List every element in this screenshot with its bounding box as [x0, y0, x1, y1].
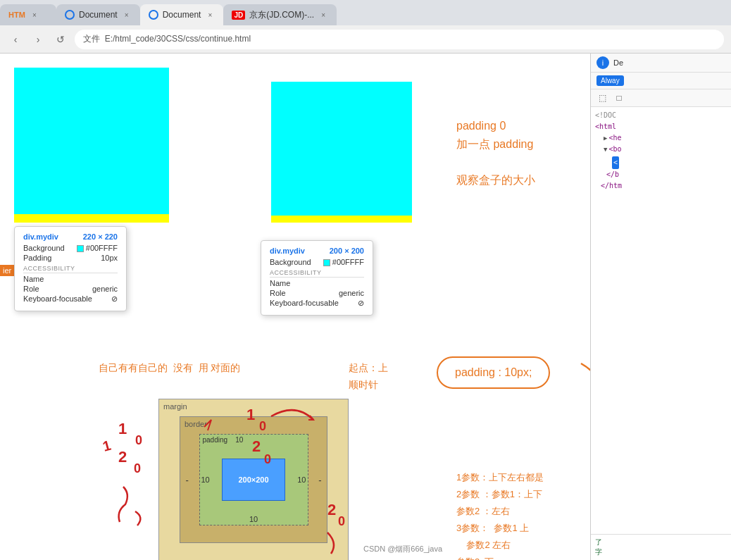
middle-color-swatch — [323, 259, 330, 266]
head-expand-arrow[interactable]: ▶ — [604, 133, 607, 143]
left-inspector-role-value: generic — [92, 285, 118, 293]
devtools-bottom-text1: 了 — [595, 537, 727, 547]
browser-window: HTM × Document × Document × JD 京东(JD.COM… — [0, 0, 731, 560]
middle-inspector-name-label: Name — [270, 279, 290, 287]
bm-dash-right: - — [318, 475, 321, 485]
forward-button[interactable]: › — [30, 31, 46, 48]
html-close-b-tag: </b — [606, 169, 619, 180]
middle-yellow-strip — [271, 216, 412, 223]
devtools-always-row: Alway — [591, 73, 731, 89]
address-bar-area: ‹ › ↺ — [0, 25, 731, 54]
html-tag-row: <html — [595, 121, 727, 132]
html-close-htm-tag: </htm — [601, 180, 622, 192]
html-close-b-row: </b — [595, 169, 727, 180]
middle-box-area — [271, 82, 412, 223]
ier-label: ier — [0, 265, 14, 276]
speech-bubble-text: padding : 10px; — [455, 366, 532, 378]
devtools-html-tree: <!DOC <html ▶ <he ▼ <bo < </b — [591, 107, 731, 534]
html-selected-row[interactable]: < — [595, 156, 727, 169]
left-yellow-strip — [14, 214, 169, 223]
tab-html-close[interactable]: × — [30, 10, 39, 20]
body-expand-arrow[interactable]: ▼ — [604, 144, 607, 154]
left-inspector-role-label: Role — [23, 285, 39, 293]
middle-inspector-name-row: Name — [270, 279, 364, 287]
left-inspector-padding-value: 10px — [101, 254, 118, 262]
html-selected-element: < — [612, 156, 619, 169]
tab-document-2-close[interactable]: × — [205, 10, 215, 20]
annotation-params: 1参数：上下左右都是 2参数 ：参数1：上下 参数2 ：左右 3参数： 参数1 … — [456, 469, 544, 560]
annotation-padding-top: padding 0 加一点 padding 观察盒子的大小 — [456, 117, 535, 189]
annotation-chinese-line: 自己有有自己的 没有 用 对面的 — [99, 360, 240, 375]
tab-jd-close[interactable]: × — [318, 10, 328, 20]
tab-document-2[interactable]: Document × — [140, 4, 224, 25]
tab-globe-1 — [65, 10, 75, 20]
tab-document-1[interactable]: Document × — [56, 4, 140, 25]
middle-inspector-keyboard-value: ⊘ — [358, 299, 364, 308]
devtools-always-button[interactable]: Alway — [596, 75, 624, 86]
webpage-panel: div.mydiv 220 × 220 Background #00FFFF P… — [0, 54, 590, 560]
left-inspector-bg-value: #00FFFF — [77, 244, 118, 252]
bm-content: 200×200 — [222, 459, 285, 501]
address-input[interactable] — [75, 30, 724, 49]
svg-text:0: 0 — [135, 433, 142, 447]
middle-inspector-role-value: generic — [339, 289, 364, 297]
middle-cyan-box — [271, 82, 412, 223]
bm-margin-label: margin — [163, 402, 187, 411]
bm-margin: margin border padding 10 10 10 10 - - — [158, 399, 349, 560]
bm-border-label: border — [185, 420, 207, 428]
devtools-info-icon: i — [596, 56, 609, 69]
middle-inspector-accessibility-label: ACCESSIBILITY — [270, 269, 364, 278]
tab-document-1-label: Document — [79, 10, 118, 20]
reload-button[interactable]: ↺ — [52, 31, 69, 48]
tab-document-1-close[interactable]: × — [122, 10, 132, 20]
tab-html[interactable]: HTM × — [0, 4, 56, 25]
html-head-row: ▶ <he — [595, 132, 727, 144]
devtools-bottom: 了 字 — [591, 534, 731, 560]
svg-text:0: 0 — [134, 461, 141, 475]
left-inspector-padding-label: Padding — [23, 254, 51, 262]
bm-dash-left: - — [186, 475, 189, 485]
devtools-panel: i De Alway ⬚ □ <!DOC <html — [590, 54, 731, 560]
middle-inspector-role-row: Role generic — [270, 289, 364, 297]
bm-padding-bottom: 10 — [249, 515, 258, 523]
annotation-start-point: 起点：上顺时针 — [349, 360, 388, 394]
devtools-bottom-text2: 字 — [595, 547, 727, 557]
left-inspector-accessibility-label: ACCESSIBILITY — [23, 265, 118, 273]
html-comment: <!DOC — [595, 110, 616, 121]
middle-inspector-role-label: Role — [270, 289, 286, 297]
middle-inspector-popup: div.mydiv 200 × 200 Background #00FFFF A… — [261, 240, 373, 316]
middle-inspector-dims: 200 × 200 — [330, 247, 364, 255]
svg-text:1: 1 — [118, 420, 127, 437]
tab-globe-2 — [149, 10, 158, 20]
bm-padding-right: 10 — [297, 475, 306, 484]
middle-inspector-title: div.mydiv 200 × 200 — [270, 247, 364, 255]
devtools-inspect-icon[interactable]: □ — [613, 92, 625, 104]
bm-padding: padding 10 10 10 10 - - 200×200 — [199, 434, 308, 525]
middle-inspector-bg-row: Background #00FFFF — [270, 258, 364, 266]
speech-bubble-container: padding : 10px; — [437, 356, 550, 389]
devtools-cursor-icon[interactable]: ⬚ — [596, 92, 608, 104]
html-body-row[interactable]: ▼ <bo — [595, 144, 727, 155]
tab-jd-icon: JD — [232, 11, 245, 20]
html-body-tag: <bo — [608, 144, 621, 155]
left-inspector-role-row: Role generic — [23, 285, 118, 293]
svg-text:1: 1 — [101, 437, 112, 454]
tab-jd[interactable]: JD 京东(JD.COM)-... × — [223, 4, 337, 25]
left-color-swatch — [77, 245, 84, 252]
csdn-watermark: CSDN @烟雨666_java — [363, 544, 442, 554]
box-model-diagram: margin border padding 10 10 10 10 - - — [158, 399, 349, 560]
bm-padding-label: padding 10 — [203, 436, 244, 444]
html-close-htm-row: </htm — [595, 180, 727, 192]
main-content: div.mydiv 220 × 220 Background #00FFFF P… — [0, 54, 731, 560]
svg-text:2: 2 — [118, 448, 127, 466]
tab-bar: HTM × Document × Document × JD 京东(JD.COM… — [0, 0, 731, 25]
tab-html-icon: HTM — [8, 11, 25, 19]
left-inspector-name-row: Name — [23, 275, 118, 283]
devtools-de-label: De — [613, 58, 623, 67]
tab-document-2-label: Document — [163, 10, 201, 20]
left-inspector-dims: 220 × 220 — [83, 232, 118, 241]
left-inspector-popup: div.mydiv 220 × 220 Background #00FFFF P… — [14, 226, 127, 311]
devtools-icons-row: ⬚ □ — [591, 89, 731, 107]
back-button[interactable]: ‹ — [7, 31, 24, 48]
left-inspector-padding-row: Padding 10px — [23, 254, 118, 262]
